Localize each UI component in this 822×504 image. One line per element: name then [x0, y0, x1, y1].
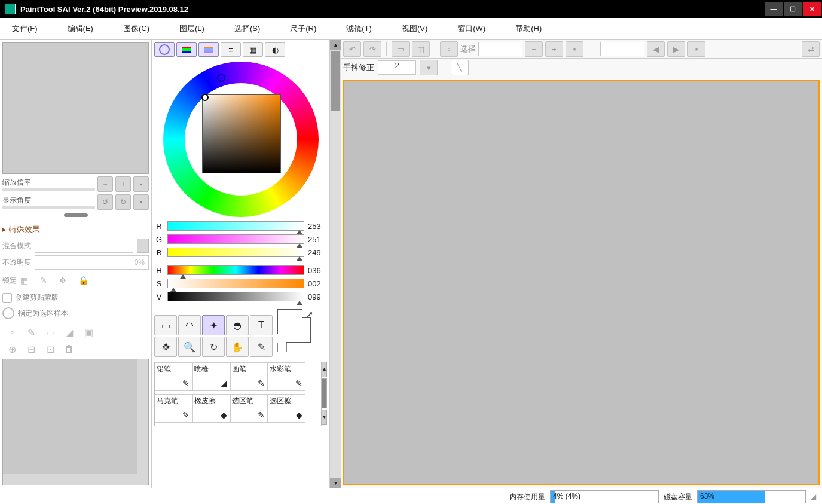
- select-dropdown1[interactable]: [478, 42, 522, 56]
- brush-watercolor[interactable]: 水彩笔✎: [268, 362, 305, 391]
- new-linework-button[interactable]: ✎: [25, 326, 37, 338]
- swatches-mode[interactable]: ▦: [243, 42, 263, 57]
- minimize-button[interactable]: —: [765, 2, 783, 16]
- close-button[interactable]: ✕: [803, 2, 821, 16]
- panel-splitter[interactable]: [64, 213, 88, 217]
- tool-eyedropper[interactable]: ✎: [250, 337, 273, 357]
- brush-marker[interactable]: 马克笔✎: [155, 394, 192, 423]
- b-slider[interactable]: [167, 248, 304, 257]
- flip-button[interactable]: ⇄: [802, 41, 820, 57]
- menu-help[interactable]: 帮助(H): [515, 23, 542, 34]
- menu-filter[interactable]: 滤镜(T): [346, 23, 372, 34]
- menu-image[interactable]: 图像(C): [123, 23, 149, 34]
- color-wheel-mode[interactable]: [154, 42, 175, 57]
- v-slider[interactable]: [167, 292, 304, 301]
- navigator-preview[interactable]: [2, 42, 149, 174]
- r-slider[interactable]: [167, 221, 304, 231]
- tool-zoom[interactable]: 🔍: [178, 337, 201, 357]
- brush-scroll-thumb[interactable]: [322, 378, 327, 408]
- fx-header[interactable]: 特殊效果: [2, 224, 149, 235]
- sel-square-button[interactable]: ▪: [566, 41, 583, 57]
- brush-airbrush[interactable]: 喷枪◢: [192, 362, 230, 391]
- fg-color-swatch[interactable]: [277, 309, 302, 334]
- tool-marquee[interactable]: ▭: [154, 315, 177, 335]
- deselect-button[interactable]: ▭: [392, 41, 410, 57]
- color-wheel[interactable]: [163, 62, 319, 217]
- hsv-sliders-mode[interactable]: [198, 42, 219, 57]
- opacity-field[interactable]: 0%: [35, 255, 149, 270]
- zoom-out-button[interactable]: −: [97, 176, 113, 192]
- tool-text[interactable]: T: [250, 315, 273, 335]
- brush-scroll-down[interactable]: ▾: [322, 410, 327, 425]
- undo-button[interactable]: ↶: [343, 41, 361, 57]
- sel-minus-button[interactable]: −: [525, 41, 543, 57]
- panel-scrollbar[interactable]: ▴ ▾: [330, 40, 341, 488]
- mask-button[interactable]: ◢: [63, 326, 75, 338]
- sel-plus-button[interactable]: +: [545, 41, 563, 57]
- new-layer-button[interactable]: ▫: [6, 326, 18, 338]
- transfer-button[interactable]: ⊟: [25, 343, 37, 355]
- redo-button[interactable]: ↷: [363, 41, 381, 57]
- sv-box[interactable]: [202, 94, 281, 173]
- g-slider[interactable]: [167, 234, 304, 244]
- tool-lasso[interactable]: ◠: [178, 315, 201, 335]
- rotate-cw-button[interactable]: ↻: [115, 194, 131, 210]
- brush-scroll-up[interactable]: ▴: [322, 362, 327, 377]
- h-slider[interactable]: [167, 265, 304, 275]
- invert-sel-button[interactable]: ◫: [412, 41, 430, 57]
- default-colors-icon[interactable]: [277, 343, 287, 352]
- lock-pixels-icon[interactable]: ▦: [20, 276, 28, 285]
- brush-seleraser[interactable]: 选区擦◆: [268, 394, 305, 423]
- maximize-button[interactable]: ☐: [784, 2, 802, 16]
- layer-list[interactable]: [2, 359, 149, 485]
- sel-toggle-button[interactable]: ▫: [440, 41, 458, 57]
- select-dropdown2[interactable]: [600, 42, 644, 56]
- merge-down-button[interactable]: ⊕: [6, 343, 18, 355]
- resize-grip-icon[interactable]: ◢: [811, 493, 816, 501]
- tool-magic-wand[interactable]: ✦: [202, 315, 225, 335]
- blend-mode-field[interactable]: [35, 239, 133, 253]
- menu-edit[interactable]: 编辑(E): [68, 23, 93, 34]
- sel-source-radio[interactable]: [2, 307, 14, 319]
- nav-next-button[interactable]: ▶: [667, 41, 685, 57]
- nav-reset-button[interactable]: ▪: [687, 41, 705, 57]
- brush-brush[interactable]: 画笔✎: [230, 362, 268, 391]
- angle-slider[interactable]: [2, 206, 95, 209]
- flatten-button[interactable]: ⊡: [44, 343, 56, 355]
- scratchpad-mode[interactable]: ◐: [265, 42, 285, 57]
- canvas[interactable]: [343, 80, 820, 485]
- brush-selpen[interactable]: 选区笔✎: [230, 394, 268, 423]
- brush-eraser[interactable]: 橡皮擦◆: [192, 394, 230, 423]
- rotate-reset-button[interactable]: ▪: [133, 194, 149, 210]
- tool-move[interactable]: ✥: [154, 337, 177, 357]
- lock-paint-icon[interactable]: ✎: [40, 276, 47, 285]
- zoom-reset-button[interactable]: ▪: [133, 176, 149, 192]
- rgb-sliders-mode[interactable]: [176, 42, 197, 57]
- nav-prev-button[interactable]: ◀: [647, 41, 665, 57]
- layer-scrollbar-v[interactable]: [137, 359, 148, 474]
- rotate-ccw-button[interactable]: ↺: [97, 194, 113, 210]
- tool-hand[interactable]: ✋: [226, 337, 249, 357]
- menu-view[interactable]: 视图(V): [402, 23, 427, 34]
- lock-all-icon[interactable]: 🔒: [78, 276, 88, 285]
- menu-file[interactable]: 文件(F): [12, 23, 38, 34]
- s-slider[interactable]: [167, 279, 304, 288]
- clip-mask-checkbox[interactable]: [2, 293, 12, 303]
- layer-scrollbar-h[interactable]: [3, 474, 148, 485]
- mixer-mode[interactable]: ≡: [221, 42, 241, 57]
- menu-window[interactable]: 窗口(W): [457, 23, 485, 34]
- stroke-preview[interactable]: ╲: [451, 60, 469, 75]
- delete-layer-button[interactable]: 🗑: [63, 343, 75, 355]
- menu-select[interactable]: 选择(S): [234, 23, 260, 34]
- brush-pencil[interactable]: 铅笔✎: [155, 362, 192, 391]
- menu-ruler[interactable]: 尺子(R): [290, 23, 316, 34]
- menu-layer[interactable]: 图层(L): [179, 23, 204, 34]
- tool-bucket[interactable]: ◓: [226, 315, 249, 335]
- tool-rotate[interactable]: ↻: [202, 337, 225, 357]
- zoom-slider[interactable]: [2, 188, 95, 191]
- hue-picker[interactable]: [217, 74, 225, 82]
- zoom-in-button[interactable]: +: [115, 176, 131, 192]
- blend-mode-dropdown[interactable]: [137, 239, 149, 253]
- stabilizer-value[interactable]: 2: [378, 60, 416, 75]
- stabilizer-dropdown[interactable]: ▾: [420, 60, 438, 75]
